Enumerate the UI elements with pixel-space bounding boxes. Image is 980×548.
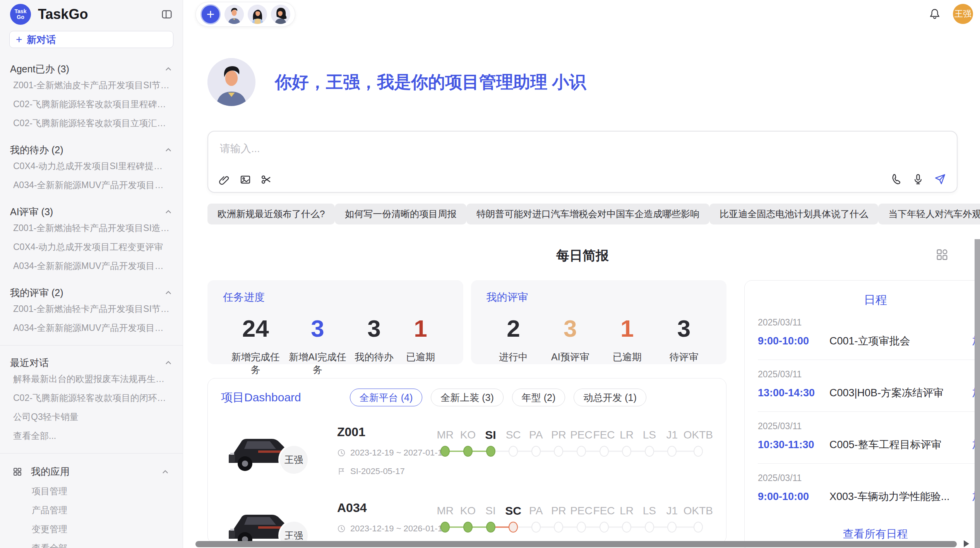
sidebar-group-3-header[interactable]: 我的评审 (2) [10, 286, 173, 300]
horizontal-scrollbar[interactable] [195, 541, 957, 547]
plus-icon: + [16, 33, 22, 46]
stat: 1已逾期 [604, 315, 650, 363]
collapse-sidebar-icon[interactable] [161, 9, 173, 20]
layout-grid-icon[interactable] [935, 248, 949, 262]
my-apps-subitem[interactable]: 变更管理 [10, 520, 173, 539]
milestone: MR [434, 502, 457, 535]
my-apps-subitem[interactable]: 项目管理 [10, 482, 173, 501]
chevron-up-icon[interactable] [164, 146, 173, 154]
project-flag-date: SI-2025-05-17 [337, 466, 434, 476]
my-apps-label: 我的应用 [31, 465, 161, 478]
microphone-icon[interactable] [912, 173, 924, 185]
recent-chats-item[interactable]: 解释最新出台的欧盟报废车法规再生塑料比例被调至15%... [10, 370, 173, 389]
view-all-schedule-link[interactable]: 查看所有日程 [758, 527, 980, 541]
recent-chats-item[interactable]: C02-飞腾新能源轻客改款项目的闭环通告反馈情况 [10, 389, 173, 408]
recent-chats-label: 最近对话 [10, 356, 164, 369]
chevron-up-icon[interactable] [164, 207, 173, 216]
sidebar-group-2-item[interactable]: Z001-全新燃油轻卡产品开发项目SI造型提交物评审 [10, 219, 173, 238]
send-icon[interactable] [934, 173, 947, 186]
milestone-dot [645, 446, 654, 457]
recent-chats-header[interactable]: 最近对话 [10, 356, 173, 370]
schedule-time: 9:00-10:00 [758, 335, 829, 347]
milestone-dot [509, 446, 518, 457]
sidebar-group-2-header[interactable]: AI评审 (3) [10, 205, 173, 219]
stat-value: 3 [284, 315, 351, 342]
schedule-name: C001-立项审批会 [829, 334, 965, 348]
suggestion-chip[interactable]: 如何写一份清晰的项目周报 [335, 204, 466, 224]
chevron-up-icon[interactable] [164, 288, 173, 297]
schedule-name: X003-车辆动力学性能验... [829, 490, 965, 503]
my-apps-subitem[interactable]: 查看全部... [10, 539, 173, 548]
flag-icon [337, 467, 346, 476]
stat-label: 新增完成任务 [227, 351, 284, 376]
stat: 3我的待办 [351, 315, 397, 376]
project-image-wrap: 王强 [221, 424, 337, 482]
chevron-up-icon[interactable] [164, 358, 173, 367]
milestone-label: OKTB [684, 426, 713, 444]
chevron-up-icon[interactable] [164, 65, 173, 73]
stat-value: 24 [227, 315, 284, 342]
sidebar-group-3-item[interactable]: A034-全新新能源MUV产品开发项目造型可行性评审 [10, 319, 173, 337]
dashboard-filter-chip[interactable]: 动总开发 (1) [574, 389, 646, 406]
suggestion-chip[interactable]: 欧洲新规最近颁布了什么? [207, 204, 335, 224]
project-row[interactable]: 王强 Z001 2023-12-19 ~ 2027-01-19 SI-2025-… [221, 424, 713, 482]
my-apps-subitem[interactable]: 产品管理 [10, 501, 173, 520]
scissors-icon[interactable] [260, 173, 272, 186]
chat-input-box[interactable]: 请输入... [207, 131, 958, 193]
stat-card: 任务进度24新增完成任务3新增AI完成任务3我的待办1已逾期 [207, 280, 463, 364]
stats-row: 2进行中3AI预评审1已逾期3待评审 [487, 315, 711, 363]
sidebar-group-0-header[interactable]: Agent已办 (3) [10, 62, 173, 76]
suggestion-chip[interactable]: 当下年轻人对汽车外观有怎样的喜好趋势 [878, 204, 980, 224]
scroll-right-arrow[interactable] [964, 540, 969, 547]
phone-icon[interactable] [890, 173, 903, 185]
project-row[interactable]: 王强 A034 2023-12-19 ~ 2026-01-19 SC-2025-… [221, 500, 713, 544]
milestone: PR [547, 426, 570, 459]
suggestion-chip[interactable]: 特朗普可能对进口汽车增税会对中国车企造成哪些影响 [466, 204, 709, 224]
suggestion-chips: 欧洲新规最近颁布了什么?如何写一份清晰的项目周报特朗普可能对进口汽车增税会对中国… [207, 204, 958, 224]
sidebar-group-3-item[interactable]: Z001-全新燃油轻卡产品开发项目SI节点属性5D文件评审 [10, 300, 173, 319]
recent-chats-item[interactable]: 查看全部... [10, 426, 173, 445]
clock-icon [337, 524, 346, 533]
dashboard-filter-chip[interactable]: 全新上装 (3) [431, 389, 504, 406]
sidebar-group-1-item[interactable]: A034-全新新能源MUV产品开发项目计划变更表编写 [10, 176, 173, 195]
milestone: OKTB [684, 502, 713, 535]
milestone-dot [463, 522, 473, 533]
dashboard-filter-chip[interactable]: 年型 (2) [512, 389, 565, 406]
milestone-track: MRKOSISCPAPRPECFECLRLSJ1OKTB [434, 500, 713, 535]
input-tools-left [218, 173, 272, 186]
sidebar-group-0-item[interactable]: Z001-全新燃油皮卡产品开发项目SI节点Lesson Learn报告 [10, 76, 173, 95]
sidebar-group-1-item[interactable]: C0X4-动力总成开发项目SI里程碑提交物检查 [10, 157, 173, 176]
project-name: A034 [337, 501, 434, 515]
sidebar-item-my-apps[interactable]: 我的应用 [10, 461, 173, 482]
sidebar-scroll: Agent已办 (3)Z001-全新燃油皮卡产品开发项目SI节点Lesson L… [0, 48, 183, 548]
stat-card-title: 我的评审 [487, 290, 711, 304]
sidebar-group-2-item[interactable]: C0X4-动力总成开发项目工程变更评审 [10, 238, 173, 257]
milestone-dot [645, 522, 654, 533]
schedule-card: 日程 2025/03/119:00-10:00C001-立项审批会加入2025/… [744, 280, 980, 548]
recent-chats-item[interactable]: 公司Q3轻卡销量 [10, 408, 173, 426]
sidebar-group-1-header[interactable]: 我的待办 (2) [10, 143, 173, 157]
new-chat-button[interactable]: + 新对话 [9, 31, 173, 48]
vertical-scrollbar[interactable] [975, 239, 980, 548]
sidebar-group-0-label: Agent已办 (3) [10, 63, 164, 75]
schedule-row: 9:00-10:00C001-立项审批会加入 [758, 334, 980, 348]
divider [0, 453, 183, 454]
image-icon[interactable] [239, 173, 252, 186]
attachment-icon[interactable] [218, 173, 231, 186]
milestone-dot [667, 522, 677, 533]
stat: 3新增AI完成任务 [284, 315, 351, 376]
sidebar-group-0-item[interactable]: C02-飞腾新能源轻客改款项目立项汇报方案 [10, 114, 173, 133]
dashboard-filters: 全新平台 (4)全新上装 (3)年型 (2)动总开发 (1) [350, 389, 646, 406]
suggestion-chip[interactable]: 比亚迪全固态电池计划具体说了什么 [709, 204, 878, 224]
stat-value: 3 [351, 315, 397, 342]
milestone-label: J1 [661, 426, 684, 444]
sidebar-group-0-item[interactable]: C02-飞腾新能源轻客改款项目里程碑画布 [10, 95, 173, 114]
milestone-dot [440, 522, 450, 533]
milestone: PEC [570, 502, 593, 535]
dashboard-header: 项目Dashboard 全新平台 (4)全新上装 (3)年型 (2)动总开发 (… [221, 389, 713, 406]
chevron-up-icon[interactable] [161, 468, 170, 476]
dashboard-filter-chip[interactable]: 全新平台 (4) [350, 389, 423, 406]
sidebar-group-2-item[interactable]: A034-全新新能源MUV产品开发项目法规符合性评审 [10, 257, 173, 276]
milestone-label: MR [434, 426, 457, 444]
milestone: FEC [593, 426, 615, 459]
